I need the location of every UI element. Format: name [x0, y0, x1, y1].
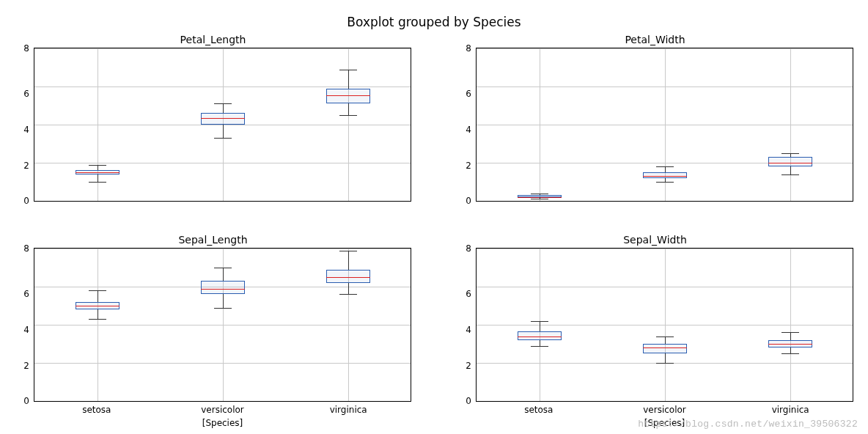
plot-area [476, 48, 853, 202]
subplot-3: Sepal_Width86420setosaversicolorvirginic… [457, 234, 853, 402]
median-line [768, 163, 812, 163]
whisker-upper [665, 166, 666, 172]
subplot-0: Petal_Length86420 [15, 34, 411, 202]
median-line [201, 289, 245, 290]
median-line [76, 172, 119, 173]
whisker-lower [223, 294, 224, 307]
whisker-upper [665, 336, 666, 344]
whisker-upper [98, 165, 98, 171]
y-tick: 0 [466, 196, 471, 206]
watermark: https://blog.csdn.net/weixin_39506322 [638, 419, 858, 430]
box-container [34, 48, 411, 201]
axes-row: 86420 [457, 248, 853, 402]
y-tick: 0 [23, 396, 29, 406]
category-versicolor [160, 48, 285, 201]
y-tick: 6 [23, 289, 29, 299]
y-ticks: 86420 [457, 48, 476, 202]
y-tick: 0 [466, 396, 471, 406]
whisker-upper [348, 251, 349, 270]
whisker-lower [98, 174, 98, 182]
cap-lower [339, 294, 357, 295]
y-tick: 8 [466, 243, 471, 254]
figure-title: Boxplot grouped by Species [15, 15, 853, 29]
subplot-title: Petal_Width [457, 34, 853, 45]
cap-upper [339, 251, 357, 251]
whisker-lower [348, 103, 349, 115]
category-virginica [285, 249, 411, 401]
cap-upper [531, 194, 548, 194]
y-tick: 2 [23, 361, 29, 371]
axes-row: 86420 [457, 48, 853, 202]
median-line [518, 336, 562, 337]
median-line [326, 95, 370, 96]
axes-row: 86420 [15, 48, 411, 202]
median-line [643, 347, 687, 348]
whisker-lower [790, 166, 791, 174]
cap-upper [89, 165, 106, 166]
median-line [326, 277, 370, 278]
y-tick: 2 [466, 361, 471, 371]
whisker-lower [98, 309, 98, 319]
cap-lower [531, 199, 548, 199]
cap-upper [214, 103, 232, 104]
whisker-lower [223, 125, 224, 138]
subplot-grid: Petal_Length86420Petal_Width86420Sepal_L… [15, 34, 853, 402]
cap-lower [781, 353, 799, 354]
y-tick: 4 [466, 125, 471, 135]
box [326, 89, 370, 104]
y-tick: 4 [23, 325, 29, 335]
y-tick: 8 [466, 43, 471, 54]
y-tick: 2 [23, 161, 29, 171]
median-line [201, 118, 245, 119]
category-versicolor [160, 249, 285, 401]
cap-upper [656, 336, 674, 337]
whisker-upper [98, 290, 98, 302]
box-container [34, 249, 411, 401]
y-tick: 6 [466, 89, 471, 99]
whisker-upper [790, 332, 791, 339]
y-tick: 4 [466, 325, 471, 335]
box [643, 344, 687, 353]
cap-upper [89, 290, 106, 291]
subplot-1: Petal_Width86420 [457, 34, 853, 202]
y-ticks: 86420 [15, 248, 34, 402]
box [326, 270, 370, 283]
box [768, 157, 812, 166]
cap-upper [531, 321, 548, 322]
y-ticks: 86420 [15, 48, 34, 202]
whisker-upper [223, 268, 224, 281]
box [201, 113, 245, 125]
category-versicolor [602, 249, 727, 401]
category-virginica [285, 48, 411, 201]
cap-lower [656, 182, 674, 183]
category-setosa [34, 48, 160, 201]
cap-upper [656, 166, 674, 167]
category-setosa [477, 249, 602, 401]
plot-area [34, 248, 411, 402]
y-tick: 6 [466, 289, 471, 299]
plot-area [34, 48, 411, 202]
figure: Boxplot grouped by Species Petal_Length8… [0, 0, 868, 434]
cap-lower [89, 182, 106, 183]
box [201, 281, 245, 294]
category-versicolor [602, 48, 727, 201]
box-container [477, 249, 853, 401]
cap-lower [214, 138, 232, 139]
cap-lower [531, 346, 548, 347]
cap-upper [781, 332, 799, 333]
median-line [768, 344, 812, 345]
whisker-lower [790, 347, 791, 353]
y-tick: 2 [466, 161, 471, 171]
category-setosa [34, 249, 160, 401]
y-tick: 6 [23, 89, 29, 99]
category-setosa [477, 48, 602, 201]
box-container [477, 48, 853, 201]
median-line [643, 176, 687, 177]
subplot-title: Sepal_Length [15, 234, 411, 246]
whisker-upper [348, 70, 349, 89]
whisker-lower [540, 340, 540, 346]
cap-lower [781, 174, 799, 175]
x-label: [Species] [34, 402, 411, 428]
whisker-upper [223, 103, 224, 113]
category-virginica [727, 48, 853, 201]
